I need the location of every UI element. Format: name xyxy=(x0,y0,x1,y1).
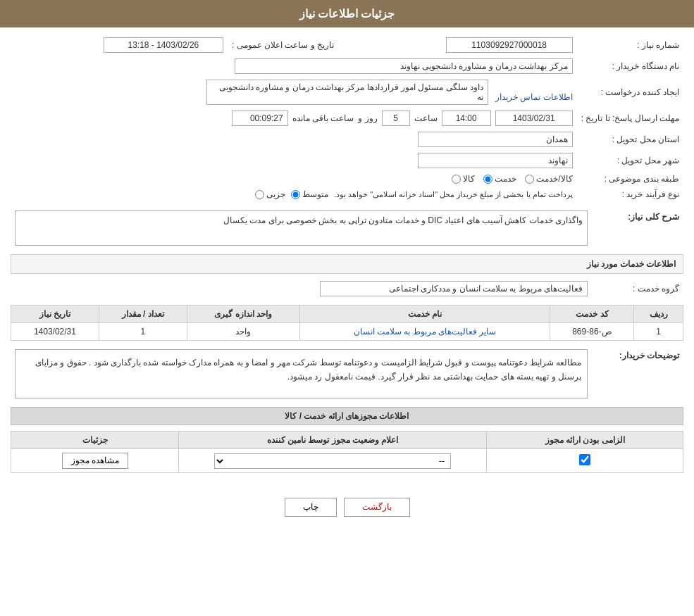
table-row: -- مشاهده مجوز xyxy=(11,449,683,473)
announce-date-label: تاریخ و ساعت اعلان عمومی : xyxy=(228,34,348,56)
col-service-code: کد خدمت xyxy=(550,306,634,323)
category-kala-khidmat[interactable]: کالا/خدمت xyxy=(525,174,572,184)
category-kala[interactable]: کالا xyxy=(452,174,475,184)
general-desc-value: واگذاری خدمات کاهش آسیب های اعتیاد DIC و… xyxy=(15,210,588,246)
services-section: ردیف کد خدمت نام خدمت واحد اندازه گیری ت… xyxy=(11,305,683,341)
category-kala-label: کالا xyxy=(463,174,475,184)
province-label: استان محل تحویل : xyxy=(577,129,683,150)
page-wrapper: جزئیات اطلاعات نیاز شماره نیاز : 1103092… xyxy=(0,0,694,616)
category-label: طبقه بندی موضوعی : xyxy=(577,171,683,187)
days-label: روز و xyxy=(358,113,377,123)
services-section-header: اطلاعات خدمات مورد نیاز xyxy=(11,254,683,274)
city-value: نهاوند xyxy=(418,153,573,168)
time-static-label: ساعت xyxy=(414,113,438,123)
remaining-label: ساعت باقی مانده xyxy=(292,113,354,123)
buyer-notes-label: توضیحات خریدار: xyxy=(619,351,679,360)
service-group-value: فعالیت‌های مربوط به سلامت انسان و مددکار… xyxy=(320,281,588,296)
col-quantity: تعداد / مقدار xyxy=(99,306,187,323)
creator-value: داود سلگی مسئول امور قراردادها مرکز بهدا… xyxy=(206,80,488,105)
info-table: شماره نیاز : 1103092927000018 تاریخ و سا… xyxy=(11,34,683,202)
service-group-label: گروه خدمت : xyxy=(592,278,683,299)
response-deadline-label: مهلت ارسال پاسخ: تا تاریخ : xyxy=(577,108,683,129)
creator-label: ایجاد کننده درخواست : xyxy=(577,77,683,108)
permit-required-cell xyxy=(487,449,683,473)
category-khidmat-label: خدمت xyxy=(495,174,516,184)
main-content: شماره نیاز : 1103092927000018 تاریخ و سا… xyxy=(0,27,694,534)
response-time: 14:00 xyxy=(442,111,491,126)
category-khidmat[interactable]: خدمت xyxy=(483,174,516,184)
col-service-name: نام خدمت xyxy=(299,306,550,323)
cell-row-num: 1 xyxy=(634,323,683,341)
permit-col-details: جزئیات xyxy=(11,432,179,449)
process-mutavasset-label: متوسط xyxy=(302,189,328,199)
process-label: نوع فرآیند خرید : xyxy=(577,187,683,202)
desc-table: شرح کلی نیاز: واگذاری خدمات کاهش آسیب ها… xyxy=(11,208,683,249)
process-note: پرداخت تمام یا بخشی از مبلغ خریداز محل "… xyxy=(334,190,573,199)
category-khidmat-radio[interactable] xyxy=(483,175,492,184)
process-jozyi[interactable]: جزیی xyxy=(255,189,285,199)
category-kala-khidmat-label: کالا/خدمت xyxy=(536,174,572,184)
print-button[interactable]: چاپ xyxy=(285,498,337,517)
back-button[interactable]: بازگشت xyxy=(344,498,410,517)
process-jozyi-label: جزیی xyxy=(266,189,285,199)
cell-service-code: ص-86-869 xyxy=(550,323,634,341)
cell-date: 1403/02/31 xyxy=(11,323,99,341)
col-row-num: ردیف xyxy=(634,306,683,323)
need-number-label: شماره نیاز : xyxy=(577,34,683,56)
general-desc-section: شرح کلی نیاز: واگذاری خدمات کاهش آسیب ها… xyxy=(11,208,683,249)
permit-status-select[interactable]: -- xyxy=(214,453,451,469)
permit-required-checkbox[interactable] xyxy=(579,454,590,465)
buyer-notes-value: مطالعه شرایط دعوتنامه پیوست و قبول شرایط… xyxy=(15,349,588,398)
process-jozyi-radio[interactable] xyxy=(255,190,264,199)
need-number-value: 1103092927000018 xyxy=(446,37,573,53)
permit-section-divider: اطلاعات مجوزهای ارائه خدمت / کالا xyxy=(11,407,683,425)
process-mutavasset-radio[interactable] xyxy=(291,190,300,199)
province-value: همدان xyxy=(418,132,573,147)
page-title: جزئیات اطلاعات نیاز xyxy=(299,8,395,20)
permit-col-status: اعلام وضعیت مجوز توسط نامین کننده xyxy=(179,432,487,449)
col-unit: واحد اندازه گیری xyxy=(187,306,299,323)
footer-buttons: بازگشت چاپ xyxy=(11,487,683,527)
permit-details-cell: مشاهده مجوز xyxy=(11,449,179,473)
col-need-date: تاریخ نیاز xyxy=(11,306,99,323)
cell-service-name: سایر فعالیت‌های مربوط به سلامت انسان xyxy=(299,323,550,341)
buyer-org-value: مرکز بهداشت درمان و مشاوره دانشجویی نهاو… xyxy=(235,58,573,74)
cell-quantity: 1 xyxy=(99,323,187,341)
city-label: شهر محل تحویل : xyxy=(577,150,683,171)
category-kala-radio[interactable] xyxy=(452,175,461,184)
creator-link[interactable]: اطلاعات تماس خریدار xyxy=(495,92,573,102)
response-countdown: 00:09:27 xyxy=(232,111,288,126)
services-table: ردیف کد خدمت نام خدمت واحد اندازه گیری ت… xyxy=(11,305,683,341)
permit-section: الزامی بودن ارائه مجوز اعلام وضعیت مجوز … xyxy=(11,431,683,473)
notes-table: توضیحات خریدار: مطالعه شرایط دعوتنامه پی… xyxy=(11,346,683,401)
announce-date-value: 1403/02/26 - 13:18 xyxy=(104,37,223,53)
category-kala-khidmat-radio[interactable] xyxy=(525,175,534,184)
table-row: 1 ص-86-869 سایر فعالیت‌های مربوط به سلام… xyxy=(11,323,683,341)
cell-unit: واحد xyxy=(187,323,299,341)
buyer-notes-section: توضیحات خریدار: مطالعه شرایط دعوتنامه پی… xyxy=(11,346,683,401)
permit-col-required: الزامی بودن ارائه مجوز xyxy=(487,432,683,449)
response-date: 1403/02/31 xyxy=(495,111,573,126)
buyer-org-label: نام دستگاه خریدار : xyxy=(577,56,683,77)
permit-table: الزامی بودن ارائه مجوز اعلام وضعیت مجوز … xyxy=(11,431,683,473)
permit-status-cell: -- xyxy=(179,449,487,473)
view-permit-button[interactable]: مشاهده مجوز xyxy=(62,453,128,469)
general-desc-label: شرح کلی نیاز: xyxy=(592,208,683,249)
response-days: 5 xyxy=(382,111,410,126)
service-group-table: گروه خدمت : فعالیت‌های مربوط به سلامت ان… xyxy=(11,278,683,299)
page-header: جزئیات اطلاعات نیاز xyxy=(0,0,694,27)
process-mutavasset[interactable]: متوسط xyxy=(291,189,328,199)
